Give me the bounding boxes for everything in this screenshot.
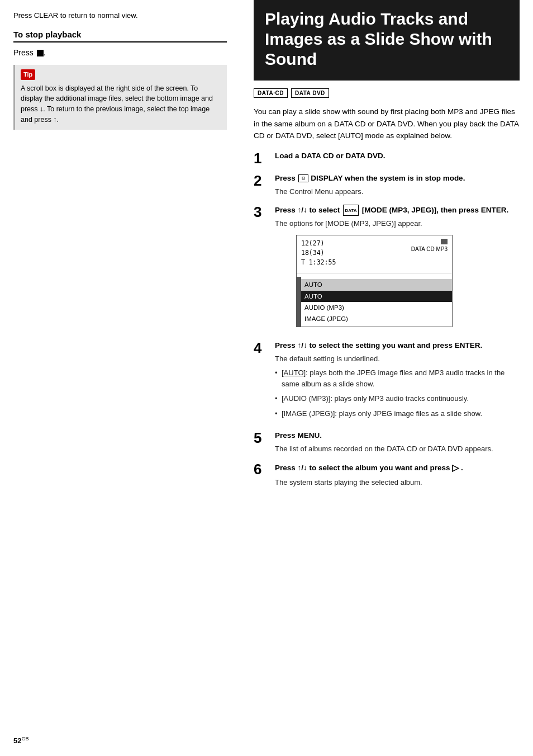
- page-number: 52GB: [13, 736, 28, 745]
- step-3-content: Press ↑/↓ to select DATA [MODE (MP3, JPE…: [275, 205, 520, 333]
- step-6-desc: The system starts playing the selected a…: [275, 477, 520, 488]
- screen-divider: [297, 273, 452, 273]
- display-button-icon: ⊡: [298, 174, 308, 182]
- step-4-title: Press ↑/↓ to select the setting you want…: [275, 341, 520, 351]
- step-2-desc: The Control Menu appears.: [275, 186, 520, 197]
- step-6: 6 Press ↑/↓ to select the album you want…: [254, 462, 520, 488]
- mode-list: AUTO AUTO AUDIO (MP3) IMAGE (JPEG): [301, 279, 452, 324]
- screen-top: 12(27) 18(34) T 1:32:55 DATA CD MP3: [297, 235, 452, 270]
- step-3-number: 3: [254, 205, 269, 219]
- step-5-title: Press MENU.: [275, 431, 520, 441]
- step-2-number: 2: [254, 173, 269, 188]
- right-column: Playing Audio Tracks and Images as a Sli…: [240, 0, 533, 756]
- screen-time-info: 12(27) 18(34) T 1:32:55: [301, 239, 336, 268]
- step-5-number: 5: [254, 431, 269, 445]
- bullet-audio: [AUDIO (MP3)]: plays only MP3 audio trac…: [275, 393, 520, 404]
- left-column: Press CLEAR to return to normal view. To…: [0, 0, 240, 756]
- play-icon: ▷: [452, 463, 459, 472]
- mode-options: AUTO AUTO AUDIO (MP3) IMAGE (JPEG): [301, 277, 452, 326]
- time-info: T 1:32:55: [301, 258, 336, 267]
- step-6-prefix: Press ↑/↓ to select the album you want a…: [275, 464, 452, 472]
- step-2-title: Press ⊡ DISPLAY when the system is in st…: [275, 173, 520, 184]
- step-4-desc: The default setting is underlined. [AUTO…: [275, 353, 520, 419]
- step-1-content: Load a DATA CD or DATA DVD.: [275, 151, 520, 164]
- page-header: Playing Audio Tracks and Images as a Sli…: [254, 0, 520, 81]
- page-title: Playing Audio Tracks and Images as a Sli…: [265, 9, 508, 69]
- tip-content: A scroll box is displayed at the right s…: [21, 83, 221, 125]
- step-4-number: 4: [254, 341, 269, 355]
- mode-icon: DATA: [343, 205, 359, 216]
- screen-body: AUTO AUTO AUDIO (MP3) IMAGE (JPEG): [297, 277, 452, 326]
- tip-label: Tip: [21, 69, 35, 80]
- step-2: 2 Press ⊡ DISPLAY when the system is in …: [254, 173, 520, 197]
- screen-sidebar-bar: [297, 277, 301, 326]
- step-2-content: Press ⊡ DISPLAY when the system is in st…: [275, 173, 520, 197]
- step-3-mode-text: [MODE (MP3, JPEG)], then press ENTER.: [362, 206, 509, 214]
- step-2-prefix: Press: [275, 174, 298, 182]
- format-badges: DATA·CD DATA DVD: [254, 88, 520, 98]
- step-6-content: Press ↑/↓ to select the album you want a…: [275, 462, 520, 488]
- press-clear-text: Press CLEAR to return to normal view.: [13, 11, 227, 20]
- step-6-period: .: [461, 464, 463, 472]
- mode-list-item-auto-highlighted: AUTO: [301, 279, 452, 290]
- step-3-prefix: Press ↑/↓ to select: [275, 206, 342, 214]
- stop-playback-heading: To stop playback: [13, 30, 227, 42]
- track-info-2: 18(34): [301, 248, 336, 258]
- screen-label: DATA CD MP3: [411, 245, 448, 253]
- step-3-desc: The options for [MODE (MP3, JPEG)] appea…: [275, 218, 520, 229]
- screen-mockup: 12(27) 18(34) T 1:32:55 DATA CD MP3 AUTO: [296, 235, 453, 327]
- step-3-title: Press ↑/↓ to select DATA [MODE (MP3, JPE…: [275, 205, 520, 216]
- mode-list-item-image: IMAGE (JPEG): [301, 313, 452, 324]
- tip-box: Tip A scroll box is displayed at the rig…: [13, 65, 227, 130]
- track-info-1: 12(27): [301, 239, 336, 248]
- step-4-bullets: [AUTO]: plays both the JPEG image files …: [275, 367, 520, 419]
- step-5: 5 Press MENU. The list of albums recorde…: [254, 431, 520, 454]
- step-5-content: Press MENU. The list of albums recorded …: [275, 431, 520, 454]
- page-suffix: GB: [21, 736, 28, 741]
- screen-corner-icon: [441, 239, 448, 244]
- step-6-title: Press ↑/↓ to select the album you want a…: [275, 462, 520, 474]
- data-cd-badge: DATA·CD: [254, 88, 288, 98]
- step-1-title: Load a DATA CD or DATA DVD.: [275, 151, 520, 162]
- step-2-display: DISPLAY when the system is in stop mode.: [311, 174, 465, 182]
- step-4-content: Press ↑/↓ to select the setting you want…: [275, 341, 520, 423]
- step-1-number: 1: [254, 151, 269, 166]
- step-1: 1 Load a DATA CD or DATA DVD.: [254, 151, 520, 166]
- step-6-number: 6: [254, 462, 269, 476]
- step-5-desc: The list of albums recorded on the DATA …: [275, 443, 520, 455]
- press-label: Press: [13, 48, 34, 57]
- step-4: 4 Press ↑/↓ to select the setting you wa…: [254, 341, 520, 423]
- step-3: 3 Press ↑/↓ to select DATA [MODE (MP3, J…: [254, 205, 520, 333]
- press-stop-text: Press .: [13, 48, 227, 57]
- stop-icon: [37, 50, 44, 56]
- data-dvd-badge: DATA DVD: [291, 88, 329, 98]
- intro-text: You can play a slide show with sound by …: [254, 106, 520, 142]
- bullet-auto: [AUTO]: plays both the JPEG image files …: [275, 367, 520, 390]
- mode-list-item-audio: AUDIO (MP3): [301, 302, 452, 313]
- mode-list-item-auto-selected: AUTO: [301, 291, 452, 302]
- bullet-image: [IMAGE (JPEG)]: plays only JPEG image fi…: [275, 408, 520, 419]
